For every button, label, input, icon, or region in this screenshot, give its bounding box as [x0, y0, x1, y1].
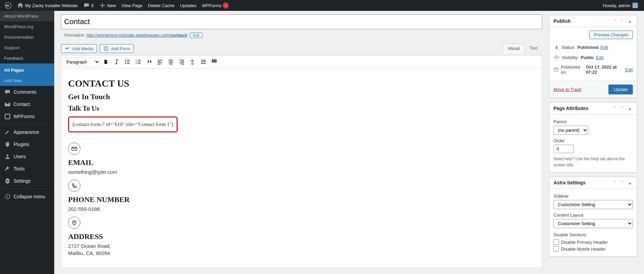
astra-sidebar-select[interactable]: Customizer Setting [554, 200, 633, 209]
sidebar-appearance[interactable]: Appearance [0, 126, 54, 138]
adminbar-new[interactable]: New [96, 0, 119, 11]
align-right-button[interactable] [177, 57, 187, 67]
panel-down-icon[interactable]: ˅ [619, 180, 625, 186]
site-name-label: My Zacky Installer Website [25, 3, 78, 8]
panel-up-icon[interactable]: ˄ [612, 180, 618, 186]
pin-icon [554, 44, 560, 50]
brush-icon [4, 129, 11, 135]
disable-mobile-header-checkbox[interactable] [554, 246, 559, 252]
sidebar-plugins[interactable]: Plugins [0, 138, 54, 150]
bullet-list-button[interactable] [122, 57, 133, 67]
astra-sidebar-label: Sidebar [554, 194, 633, 199]
sidebar-contact[interactable]: Contact [0, 98, 54, 110]
preview-changes-button[interactable]: Preview Changes [589, 31, 633, 39]
adminbar-view-page[interactable]: View Page [119, 0, 145, 11]
howdy-label: Howdy, admin [603, 3, 630, 8]
sidebar-users[interactable]: Users [0, 150, 54, 163]
sidebar-tools[interactable]: Tools [0, 163, 54, 175]
order-input[interactable] [554, 145, 574, 153]
site-name[interactable]: My Zacky Installer Website [14, 0, 80, 11]
visibility-label: Visibility: [562, 55, 579, 60]
disable-primary-header-checkbox[interactable] [554, 239, 559, 245]
panel-toggle-icon[interactable]: ▴ [627, 18, 633, 24]
add-media-button[interactable]: Add Media [61, 44, 97, 53]
sidebar-wpforms[interactable]: WPForms [0, 110, 54, 123]
tab-text[interactable]: Text [525, 43, 542, 53]
toolbar-toggle-button[interactable] [209, 57, 219, 67]
sidebar-comments[interactable]: Comments [0, 86, 54, 98]
visibility-edit-link[interactable]: Edit [596, 55, 603, 60]
panel-up-icon[interactable]: ˄ [612, 105, 618, 111]
sidebar-support[interactable]: Support [0, 42, 54, 53]
adminbar-wpforms[interactable]: WPForms 1 [199, 0, 232, 11]
sidebar-settings[interactable]: Settings [0, 175, 54, 187]
phone-value: 202-555-0188 [68, 206, 535, 212]
tab-visual[interactable]: Visual [503, 43, 525, 53]
move-to-trash-link[interactable]: Move to Trash [554, 87, 581, 92]
adminbar-comments[interactable]: 0 [80, 0, 96, 11]
page-attributes-help: Need help? Use the Help tab above the sc… [554, 156, 633, 168]
svg-text:3: 3 [136, 62, 137, 65]
form-icon [4, 113, 11, 120]
align-center-button[interactable] [166, 57, 176, 67]
sidebar-documentation[interactable]: Documentation [0, 32, 54, 42]
disable-sections-label: Disable Sections [554, 232, 633, 237]
sidebar-feedback[interactable]: Feedback [0, 53, 54, 63]
status-edit-link[interactable]: Edit [601, 45, 608, 50]
svg-rect-1 [5, 114, 10, 119]
editor-content[interactable]: CONTACT US Get In Touch Talk To Us [cont… [61, 69, 542, 268]
numbered-list-button[interactable]: 123 [133, 57, 143, 67]
sidebar-collapse[interactable]: Collapse menu [0, 190, 54, 203]
sidebar-wporg[interactable]: WordPress.org [0, 21, 54, 32]
svg-point-5 [66, 48, 67, 50]
format-select[interactable]: Paragraph [63, 57, 100, 67]
panel-up-icon[interactable]: ˄ [612, 18, 618, 24]
astra-content-layout-select[interactable]: Customizer Setting [554, 219, 633, 228]
wp-logo[interactable] [2, 0, 14, 11]
comment-icon [83, 2, 90, 9]
parent-label: Parent [554, 119, 633, 124]
tools-icon [4, 165, 11, 172]
panel-down-icon[interactable]: ˅ [619, 105, 625, 111]
add-form-button[interactable]: Add Form [100, 44, 134, 53]
astra-content-layout-label: Content Layout [554, 213, 633, 218]
email-icon [68, 143, 80, 155]
heading-address: ADDRESS [68, 232, 535, 241]
update-button[interactable]: Update [608, 85, 633, 94]
parent-select[interactable]: (no parent) [554, 126, 588, 135]
page-title-input[interactable] [61, 14, 542, 29]
quote-button[interactable] [144, 57, 154, 67]
svg-rect-15 [214, 59, 215, 61]
wpforms-badge: 1 [223, 2, 229, 8]
panel-toggle-icon[interactable]: ▴ [627, 105, 633, 111]
published-on-edit-link[interactable]: Edit [625, 67, 633, 72]
phone-icon [68, 180, 80, 192]
align-left-button[interactable] [155, 57, 165, 67]
svg-point-22 [556, 57, 557, 58]
heading-email: EMAIL [68, 158, 535, 167]
panel-down-icon[interactable]: ˅ [619, 18, 625, 24]
adminbar-account[interactable]: Howdy, admin [600, 0, 641, 11]
heading-phone: PHONE NUMBER [68, 195, 535, 204]
svg-rect-23 [554, 68, 558, 71]
home-icon [17, 2, 24, 9]
permalink-edit-button[interactable]: Edit [190, 33, 202, 38]
page-attributes-title: Page Attributes [554, 106, 588, 111]
svg-point-8 [125, 60, 126, 61]
sidebar-add-new[interactable]: Add New [0, 75, 54, 86]
adminbar-updates[interactable]: Updates [177, 0, 199, 11]
heading-talk-to-us: Talk To Us [68, 105, 535, 112]
link-button[interactable] [187, 57, 198, 67]
svg-point-2 [6, 154, 8, 157]
sidebar-about-wordpress[interactable]: About WordPress [0, 11, 54, 21]
published-on-label: Published on: [561, 65, 584, 75]
permalink-url[interactable]: http://wordpress-tutorials.atwebpages.co… [86, 33, 187, 38]
sidebar-all-pages[interactable]: All Pages [0, 65, 54, 75]
status-label: Status: [562, 45, 575, 50]
panel-toggle-icon[interactable]: ▴ [627, 180, 633, 186]
plugin-icon [4, 141, 11, 148]
adminbar-delete-cache[interactable]: Delete Cache [145, 0, 177, 11]
readmore-button[interactable] [198, 57, 208, 67]
italic-button[interactable] [112, 57, 122, 67]
bold-button[interactable] [101, 57, 111, 67]
